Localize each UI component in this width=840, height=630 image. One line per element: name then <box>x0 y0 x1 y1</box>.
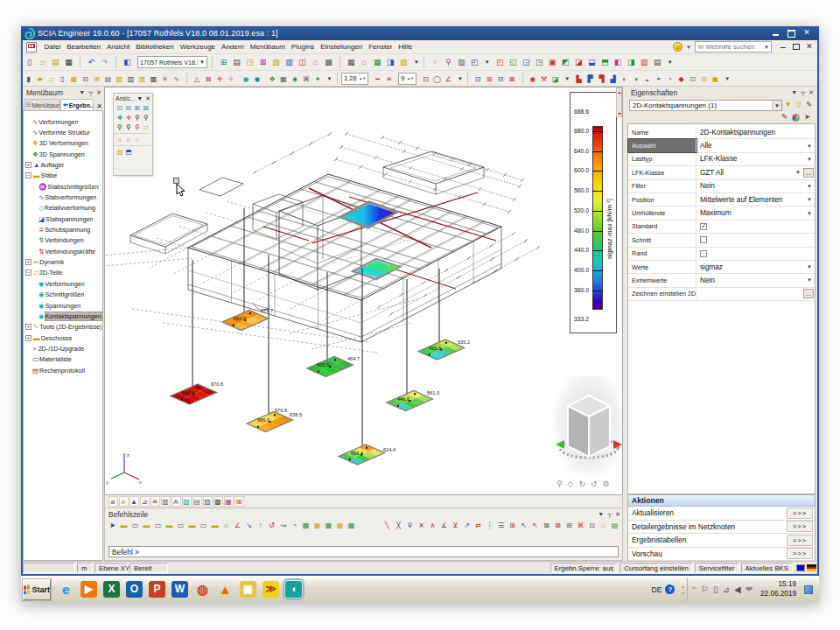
toolbar-icon[interactable]: ▤ <box>231 57 242 68</box>
toolbar-icon[interactable]: ◈ <box>290 74 300 84</box>
toolbar-overflow-caret[interactable]: ▼ <box>483 60 492 65</box>
action-row-vorschau[interactable]: Vorschau>>> <box>628 548 815 562</box>
taskbar-app-chrome[interactable]: ◍ <box>194 581 211 598</box>
toolbar-icon[interactable]: A <box>172 496 181 507</box>
property-dropdown-caret[interactable]: ▼ <box>807 211 815 216</box>
toolbar-icon[interactable]: ❖ <box>116 113 124 122</box>
toolbar-overflow-caret[interactable]: ▼ <box>412 60 421 65</box>
toolbar-icon[interactable]: ▭ <box>130 521 141 531</box>
toolbar-icon[interactable]: ↶ <box>86 57 97 68</box>
language-indicator[interactable]: DE <box>648 585 666 594</box>
toolbar-icon[interactable]: ▭ <box>176 521 186 531</box>
toolbar-icon[interactable]: ▥ <box>284 57 295 68</box>
property-checkbox[interactable] <box>700 223 707 230</box>
panel-close-icon[interactable]: ✕ <box>96 89 102 96</box>
ansicht-close-icon[interactable]: ✕ <box>145 95 150 102</box>
statusbar-cell-aktuelles-bks[interactable]: Aktuelles BKS <box>741 563 793 573</box>
taskbar-app-vlc[interactable]: ▲ <box>217 581 234 598</box>
statusbar-cell-bereit[interactable]: Bereit <box>130 563 168 573</box>
toolbar-icon[interactable]: ◫ <box>297 57 308 68</box>
action-execute-button[interactable]: >>> <box>787 548 813 559</box>
taskbar-app-outlook[interactable]: O <box>126 581 143 598</box>
toolbar-icon[interactable]: ▧ <box>398 57 410 68</box>
child-minimize-button[interactable] <box>779 43 788 51</box>
filter-funnel-icon[interactable]: ▼ <box>783 100 793 110</box>
toolbar-icon[interactable]: ↖ <box>519 521 529 531</box>
properties-dropdown-icon[interactable]: ▼ <box>791 89 797 96</box>
action-row-detailergebnisse-im-netzknoten[interactable]: Detailergebnisse im Netzknoten>>> <box>628 521 815 535</box>
toolbar-icon[interactable]: ▦ <box>324 521 334 531</box>
toolbar-icon[interactable]: ▤ <box>652 57 663 68</box>
expand-icon[interactable]: + <box>25 259 32 265</box>
toolbar-overflow-caret[interactable]: ▼ <box>666 60 675 65</box>
tree-item-2d-1d-upgrade[interactable]: ♆2D-/1D-Upgrade <box>24 343 102 354</box>
toolbar-icon[interactable]: ◉ <box>242 74 251 84</box>
document-app-icon[interactable] <box>26 42 37 52</box>
toolbar-icon[interactable]: ⌀ <box>108 496 118 507</box>
toolbar-icon[interactable]: ▬ <box>119 521 130 531</box>
toolbar-icon[interactable]: ✕ <box>416 521 427 531</box>
property-dropdown-caret[interactable]: ▼ <box>807 277 815 283</box>
property-dropdown-caret[interactable]: ▼ <box>807 184 815 189</box>
property-row-position[interactable]: PositionMittelwerte auf Elementen▼ <box>628 193 815 206</box>
toolbar-icon[interactable]: ⊞ <box>508 521 518 531</box>
taskbar-app-excel[interactable]: X <box>103 581 120 598</box>
statusbar-cell-cursorfang-einstellen[interactable]: Cursorfang einstellen <box>620 563 693 573</box>
toolbar-icon[interactable]: ∿ <box>172 74 181 84</box>
orbit-alt-icon[interactable]: ↺ <box>591 480 598 488</box>
toolbar-icon[interactable]: ◧ <box>612 57 624 68</box>
toolbar-icon[interactable]: ▥ <box>137 74 147 84</box>
toolbar-icon[interactable]: ↑ <box>256 521 266 531</box>
toolbar-icon[interactable]: ╳ <box>394 521 404 531</box>
toolbar-icon[interactable]: △ <box>192 74 202 84</box>
property-row-rand[interactable]: Rand <box>628 248 815 261</box>
toolbar-icon[interactable]: ⊿ <box>140 496 150 507</box>
webhelp-search-input[interactable]: In Webhilfe suchen ▼ <box>695 41 772 52</box>
toolbar-icon[interactable]: ⊞ <box>218 57 229 68</box>
menu-bearbeiten[interactable]: Bearbeiten <box>64 41 104 52</box>
tree-item-relativverformung[interactable]: ◇Relativverformung <box>24 203 102 214</box>
toolbar-icon[interactable]: ▮ <box>24 74 33 84</box>
tray-expand-icon[interactable]: ⌃ <box>691 586 696 593</box>
toolbar-icon[interactable]: ▟ <box>608 74 618 84</box>
toolbar-icon[interactable]: ✛ <box>215 74 225 84</box>
action-execute-button[interactable]: >>> <box>787 521 813 532</box>
toolbar-icon[interactable]: ▯ <box>24 57 35 68</box>
property-ellipsis-button[interactable]: ... <box>803 168 814 178</box>
toolbar-icon[interactable]: ↺ <box>267 521 277 531</box>
tree-item-spannungen[interactable]: ◉Spannungen <box>24 300 102 311</box>
toolbar-icon[interactable]: ⬒ <box>599 57 611 68</box>
tree-item-verbindungen[interactable]: ⇅Verbindungen <box>24 235 102 246</box>
toolbar-icon[interactable]: ◰ <box>494 57 506 68</box>
toolbar-icon[interactable]: ⊟ <box>80 74 90 84</box>
toolbar-icon[interactable]: ⊡ <box>421 74 430 84</box>
property-checkbox[interactable] <box>700 236 707 243</box>
toolbar-icon[interactable]: ▬ <box>164 521 175 531</box>
toolbar-overflow-caret[interactable]: ▼ <box>456 76 465 81</box>
tab-close-icon[interactable]: ✕ <box>95 102 103 110</box>
number-stepper[interactable]: 9▲▼ <box>398 73 416 85</box>
menu-plugins[interactable]: Plugins <box>288 41 317 52</box>
property-dropdown-caret[interactable]: ▼ <box>807 144 815 149</box>
toolbar-icon[interactable]: ✛ <box>124 113 133 122</box>
toolbar-icon[interactable]: ▥ <box>639 57 650 68</box>
tree-item-stabverformungen[interactable]: ∿Stabverformungen <box>24 192 102 202</box>
toolbar-icon[interactable]: ▦ <box>63 57 74 68</box>
toolbar-icon[interactable]: ✧ <box>227 74 236 84</box>
toolbar-icon[interactable]: ≌ <box>150 496 160 507</box>
tree-item-geschosse[interactable]: +▬Geschosse <box>24 332 102 343</box>
child-close-button[interactable]: ✕ <box>805 43 814 51</box>
tree-item-rechenprotokoll[interactable]: ▤Rechenprotokoll <box>24 365 102 375</box>
tree-item-verformungen[interactable]: ∿Verformungen <box>24 116 102 127</box>
close-button[interactable]: ✕ <box>802 29 812 38</box>
toolbar-icon[interactable]: ⌘ <box>302 74 312 84</box>
start-button[interactable]: Start <box>23 579 51 600</box>
toolbar-icon[interactable]: ⚲ <box>405 521 416 531</box>
toolbar-icon[interactable]: ⊠ <box>553 521 564 531</box>
toolbar-icon[interactable]: ◳ <box>534 57 545 68</box>
toolbar-icon[interactable]: ➤ <box>108 521 118 531</box>
toolbar-icon[interactable]: ∠ <box>233 521 243 531</box>
statusbar-cell-ergebn-sperre-aus[interactable]: Ergebn.Sperre: aus <box>550 563 619 573</box>
tray-flag-icon[interactable]: ⚐ <box>701 584 709 594</box>
toolbar-icon[interactable]: ▦ <box>279 74 289 84</box>
